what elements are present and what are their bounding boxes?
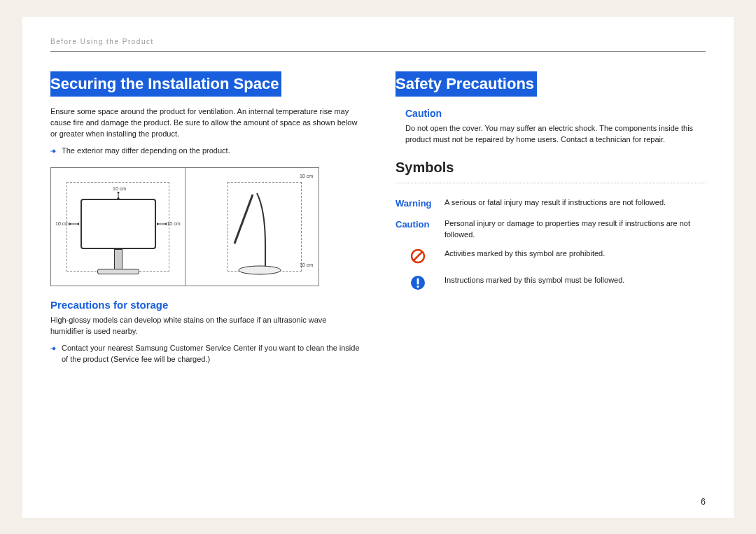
caution-text: Do not open the cover. You may suffer an… — [405, 123, 706, 146]
row-prohibit: Activities marked by this symbol are pro… — [396, 244, 706, 271]
row-warning: Warning A serious or fatal injury may re… — [396, 193, 706, 214]
diagram-side-view: 10 cm 10 cm — [185, 168, 319, 286]
mandatory-icon — [410, 283, 426, 292]
caution-row-label: Caution — [396, 214, 444, 244]
svg-marker-10 — [164, 223, 167, 225]
storage-paragraph: High-glossy models can develop white sta… — [50, 315, 360, 337]
note-exterior-differ: The exterior may differ depending on the… — [50, 146, 360, 157]
note-text: The exterior may differ depending on the… — [62, 146, 230, 156]
svg-line-11 — [234, 195, 253, 244]
svg-rect-0 — [52, 149, 56, 153]
svg-point-12 — [239, 266, 281, 274]
prohibit-desc: Activities marked by this symbol are pro… — [444, 244, 706, 271]
heading-securing-installation: Securing the Installation Space — [50, 71, 281, 97]
bullet-icon — [50, 147, 57, 157]
svg-rect-14 — [50, 348, 52, 349]
dim-side-bottom: 10 cm — [300, 262, 313, 267]
clearance-diagrams: 10 cm 10 cm 10 cm 10 cm 10 cm — [50, 167, 319, 286]
page: Before Using the Product Securing the In… — [22, 17, 734, 518]
bullet-icon — [50, 344, 57, 355]
prohibit-icon — [410, 257, 426, 265]
page-number: 6 — [701, 497, 706, 507]
section-header: Before Using the Product — [50, 38, 706, 52]
symbols-table: Warning A serious or fatal injury may re… — [396, 193, 706, 298]
svg-marker-7 — [77, 223, 79, 225]
divider — [396, 183, 706, 183]
right-column: Safety Precautions Caution Do not open t… — [396, 71, 706, 365]
svg-marker-9 — [157, 223, 159, 225]
note-contact-service: Contact your nearest Samsung Customer Se… — [50, 343, 360, 365]
monitor-side-icon — [214, 189, 298, 280]
dim-top: 10 cm — [113, 186, 126, 191]
svg-line-16 — [414, 252, 422, 260]
svg-rect-13 — [52, 346, 56, 351]
svg-marker-6 — [69, 223, 71, 225]
caution-row-desc: Personal injury or damage to properties … — [444, 214, 706, 244]
dim-right: 10 cm — [167, 221, 180, 226]
heading-safety-precautions: Safety Precautions — [396, 71, 537, 97]
heading-symbols: Symbols — [396, 160, 706, 176]
svg-marker-3 — [117, 192, 120, 194]
svg-point-19 — [416, 286, 419, 288]
two-column-layout: Securing the Installation Space Ensure s… — [50, 71, 706, 365]
warning-label: Warning — [396, 193, 444, 214]
diagram-front-view: 10 cm 10 cm 10 cm — [51, 168, 185, 286]
heading-precautions-storage: Precautions for storage — [50, 299, 360, 311]
warning-desc: A serious or fatal injury may result if … — [444, 193, 706, 214]
row-caution: Caution Personal injury or damage to pro… — [396, 214, 706, 244]
note-text: Contact your nearest Samsung Customer Se… — [62, 343, 360, 365]
mandatory-desc: Instructions marked by this symbol must … — [444, 271, 706, 297]
dim-left: 10 cm — [55, 221, 69, 226]
install-space-paragraph: Ensure some space around the product for… — [50, 106, 360, 140]
left-column: Securing the Installation Space Ensure s… — [50, 71, 360, 365]
row-mandatory: Instructions marked by this symbol must … — [396, 271, 706, 297]
svg-marker-4 — [117, 197, 120, 199]
dim-side-top: 10 cm — [300, 174, 313, 178]
svg-rect-18 — [417, 279, 419, 285]
caution-label: Caution — [405, 108, 706, 119]
svg-rect-1 — [50, 150, 52, 152]
